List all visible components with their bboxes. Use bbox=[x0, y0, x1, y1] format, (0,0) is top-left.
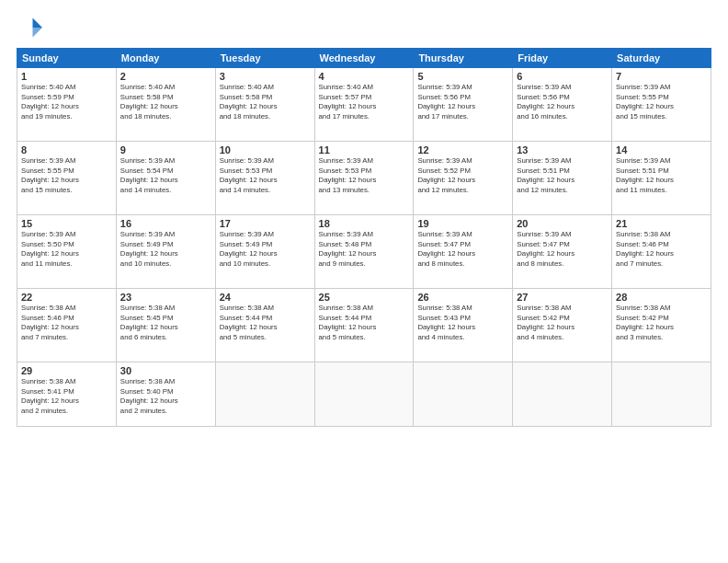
day-info: Sunrise: 5:38 AM Sunset: 5:41 PM Dayligh… bbox=[21, 377, 112, 416]
calendar-cell bbox=[215, 362, 314, 427]
day-number: 15 bbox=[21, 218, 112, 229]
day-info: Sunrise: 5:39 AM Sunset: 5:54 PM Dayligh… bbox=[120, 156, 211, 195]
calendar-cell: 18Sunrise: 5:39 AM Sunset: 5:48 PM Dayli… bbox=[314, 215, 414, 289]
weekday-header-friday: Friday bbox=[513, 49, 612, 68]
calendar-cell: 6Sunrise: 5:39 AM Sunset: 5:56 PM Daylig… bbox=[513, 68, 612, 142]
calendar-cell: 27Sunrise: 5:38 AM Sunset: 5:42 PM Dayli… bbox=[513, 289, 612, 362]
calendar-cell: 29Sunrise: 5:38 AM Sunset: 5:41 PM Dayli… bbox=[17, 362, 117, 427]
day-info: Sunrise: 5:40 AM Sunset: 5:58 PM Dayligh… bbox=[120, 83, 211, 121]
day-info: Sunrise: 5:39 AM Sunset: 5:50 PM Dayligh… bbox=[21, 230, 112, 269]
day-info: Sunrise: 5:38 AM Sunset: 5:40 PM Dayligh… bbox=[120, 377, 211, 416]
day-info: Sunrise: 5:39 AM Sunset: 5:48 PM Dayligh… bbox=[319, 230, 410, 269]
day-info: Sunrise: 5:40 AM Sunset: 5:59 PM Dayligh… bbox=[21, 83, 112, 121]
day-info: Sunrise: 5:38 AM Sunset: 5:43 PM Dayligh… bbox=[417, 304, 508, 342]
day-info: Sunrise: 5:39 AM Sunset: 5:53 PM Dayligh… bbox=[319, 156, 410, 195]
day-number: 28 bbox=[616, 292, 707, 303]
calendar-cell: 28Sunrise: 5:38 AM Sunset: 5:42 PM Dayli… bbox=[612, 289, 711, 362]
weekday-header-sunday: Sunday bbox=[17, 49, 117, 68]
day-info: Sunrise: 5:38 AM Sunset: 5:45 PM Dayligh… bbox=[120, 304, 211, 342]
calendar-cell: 22Sunrise: 5:38 AM Sunset: 5:46 PM Dayli… bbox=[17, 289, 117, 362]
day-info: Sunrise: 5:39 AM Sunset: 5:55 PM Dayligh… bbox=[21, 156, 112, 195]
day-info: Sunrise: 5:39 AM Sunset: 5:52 PM Dayligh… bbox=[417, 156, 508, 195]
calendar-cell: 21Sunrise: 5:38 AM Sunset: 5:46 PM Dayli… bbox=[612, 215, 711, 289]
day-number: 8 bbox=[21, 144, 112, 155]
calendar-cell: 17Sunrise: 5:39 AM Sunset: 5:49 PM Dayli… bbox=[215, 215, 314, 289]
day-number: 16 bbox=[120, 218, 211, 229]
calendar-cell bbox=[414, 362, 513, 427]
day-info: Sunrise: 5:38 AM Sunset: 5:42 PM Dayligh… bbox=[616, 304, 707, 342]
weekday-header-thursday: Thursday bbox=[414, 49, 513, 68]
day-number: 1 bbox=[21, 71, 112, 82]
day-number: 6 bbox=[517, 71, 608, 82]
day-info: Sunrise: 5:39 AM Sunset: 5:55 PM Dayligh… bbox=[616, 83, 707, 121]
day-number: 3 bbox=[220, 71, 311, 82]
day-info: Sunrise: 5:39 AM Sunset: 5:49 PM Dayligh… bbox=[220, 230, 311, 269]
day-info: Sunrise: 5:40 AM Sunset: 5:57 PM Dayligh… bbox=[319, 83, 410, 121]
calendar-cell: 7Sunrise: 5:39 AM Sunset: 5:55 PM Daylig… bbox=[612, 68, 711, 142]
day-number: 23 bbox=[120, 292, 211, 303]
weekday-header-wednesday: Wednesday bbox=[314, 49, 414, 68]
day-number: 5 bbox=[417, 71, 508, 82]
calendar-cell: 2Sunrise: 5:40 AM Sunset: 5:58 PM Daylig… bbox=[116, 68, 215, 142]
weekday-header-tuesday: Tuesday bbox=[215, 49, 314, 68]
day-number: 13 bbox=[517, 144, 608, 155]
day-info: Sunrise: 5:39 AM Sunset: 5:53 PM Dayligh… bbox=[220, 156, 311, 195]
day-info: Sunrise: 5:39 AM Sunset: 5:56 PM Dayligh… bbox=[517, 83, 608, 121]
day-number: 11 bbox=[319, 144, 410, 155]
weekday-header-saturday: Saturday bbox=[612, 49, 711, 68]
calendar-cell: 23Sunrise: 5:38 AM Sunset: 5:45 PM Dayli… bbox=[116, 289, 215, 362]
day-number: 17 bbox=[220, 218, 311, 229]
calendar-cell: 19Sunrise: 5:39 AM Sunset: 5:47 PM Dayli… bbox=[414, 215, 513, 289]
calendar-cell: 16Sunrise: 5:39 AM Sunset: 5:49 PM Dayli… bbox=[116, 215, 215, 289]
calendar-cell: 10Sunrise: 5:39 AM Sunset: 5:53 PM Dayli… bbox=[215, 142, 314, 215]
calendar-cell bbox=[314, 362, 414, 427]
day-number: 29 bbox=[21, 365, 112, 376]
calendar-cell: 20Sunrise: 5:39 AM Sunset: 5:47 PM Dayli… bbox=[513, 215, 612, 289]
day-number: 19 bbox=[417, 218, 508, 229]
day-info: Sunrise: 5:39 AM Sunset: 5:51 PM Dayligh… bbox=[616, 156, 707, 195]
day-number: 9 bbox=[120, 144, 211, 155]
calendar-cell: 8Sunrise: 5:39 AM Sunset: 5:55 PM Daylig… bbox=[17, 142, 117, 215]
day-info: Sunrise: 5:38 AM Sunset: 5:42 PM Dayligh… bbox=[517, 304, 608, 342]
day-info: Sunrise: 5:39 AM Sunset: 5:47 PM Dayligh… bbox=[517, 230, 608, 269]
day-info: Sunrise: 5:39 AM Sunset: 5:56 PM Dayligh… bbox=[417, 83, 508, 121]
calendar-cell: 13Sunrise: 5:39 AM Sunset: 5:51 PM Dayli… bbox=[513, 142, 612, 215]
calendar-table: SundayMondayTuesdayWednesdayThursdayFrid… bbox=[17, 48, 711, 427]
calendar-cell: 11Sunrise: 5:39 AM Sunset: 5:53 PM Dayli… bbox=[314, 142, 414, 215]
calendar-cell bbox=[612, 362, 711, 427]
day-info: Sunrise: 5:39 AM Sunset: 5:51 PM Dayligh… bbox=[517, 156, 608, 195]
calendar-cell: 1Sunrise: 5:40 AM Sunset: 5:59 PM Daylig… bbox=[17, 68, 117, 142]
day-info: Sunrise: 5:38 AM Sunset: 5:44 PM Dayligh… bbox=[319, 304, 410, 342]
day-number: 10 bbox=[220, 144, 311, 155]
calendar-cell bbox=[513, 362, 612, 427]
day-number: 20 bbox=[517, 218, 608, 229]
calendar-cell: 4Sunrise: 5:40 AM Sunset: 5:57 PM Daylig… bbox=[314, 68, 414, 142]
day-number: 2 bbox=[120, 71, 211, 82]
day-info: Sunrise: 5:38 AM Sunset: 5:44 PM Dayligh… bbox=[220, 304, 311, 342]
svg-marker-0 bbox=[33, 18, 43, 29]
day-info: Sunrise: 5:40 AM Sunset: 5:58 PM Dayligh… bbox=[220, 83, 311, 121]
calendar-cell: 14Sunrise: 5:39 AM Sunset: 5:51 PM Dayli… bbox=[612, 142, 711, 215]
day-number: 18 bbox=[319, 218, 410, 229]
day-number: 4 bbox=[319, 71, 410, 82]
day-number: 14 bbox=[616, 144, 707, 155]
day-number: 12 bbox=[417, 144, 508, 155]
calendar-cell: 30Sunrise: 5:38 AM Sunset: 5:40 PM Dayli… bbox=[116, 362, 215, 427]
logo bbox=[17, 15, 46, 40]
day-number: 24 bbox=[220, 292, 311, 303]
day-info: Sunrise: 5:39 AM Sunset: 5:47 PM Dayligh… bbox=[417, 230, 508, 269]
day-info: Sunrise: 5:38 AM Sunset: 5:46 PM Dayligh… bbox=[616, 230, 707, 269]
calendar-cell: 9Sunrise: 5:39 AM Sunset: 5:54 PM Daylig… bbox=[116, 142, 215, 215]
day-number: 25 bbox=[319, 292, 410, 303]
day-info: Sunrise: 5:39 AM Sunset: 5:49 PM Dayligh… bbox=[120, 230, 211, 269]
calendar-cell: 5Sunrise: 5:39 AM Sunset: 5:56 PM Daylig… bbox=[414, 68, 513, 142]
calendar-cell: 26Sunrise: 5:38 AM Sunset: 5:43 PM Dayli… bbox=[414, 289, 513, 362]
day-number: 21 bbox=[616, 218, 707, 229]
calendar-cell: 24Sunrise: 5:38 AM Sunset: 5:44 PM Dayli… bbox=[215, 289, 314, 362]
calendar-cell: 15Sunrise: 5:39 AM Sunset: 5:50 PM Dayli… bbox=[17, 215, 117, 289]
logo-icon bbox=[17, 15, 42, 40]
day-number: 26 bbox=[417, 292, 508, 303]
svg-marker-1 bbox=[33, 28, 43, 38]
calendar-cell: 12Sunrise: 5:39 AM Sunset: 5:52 PM Dayli… bbox=[414, 142, 513, 215]
day-number: 22 bbox=[21, 292, 112, 303]
